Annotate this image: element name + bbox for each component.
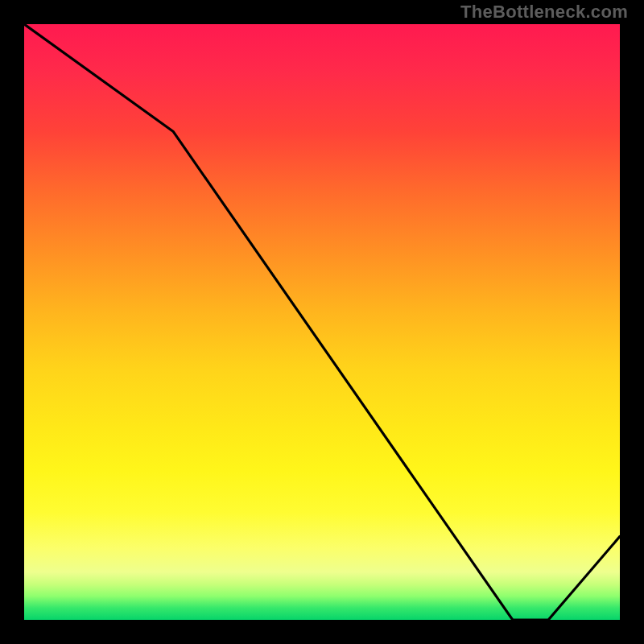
bottleneck-line bbox=[24, 24, 620, 620]
watermark-text: TheBottleneck.com bbox=[460, 2, 628, 23]
chart-frame: TheBottleneck.com bbox=[0, 0, 644, 644]
